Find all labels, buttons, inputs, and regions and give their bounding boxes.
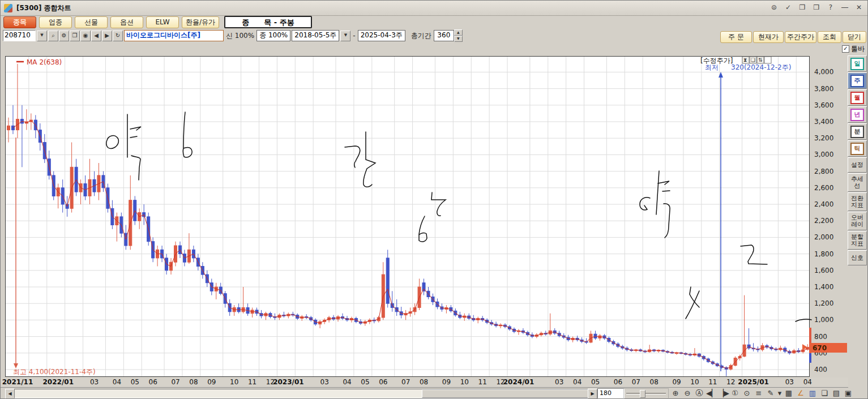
query-button[interactable]: 조회 bbox=[818, 31, 841, 43]
popup-copy-icon[interactable]: ❒ bbox=[811, 3, 822, 12]
tab-options[interactable]: 옵션 bbox=[110, 16, 143, 28]
order-button[interactable]: 주 문 bbox=[720, 31, 752, 43]
one-to-one-icon[interactable]: ① bbox=[730, 388, 740, 398]
go-first-icon[interactable]: ◀▏ bbox=[706, 388, 716, 398]
style-icon[interactable]: ⊜ bbox=[769, 3, 779, 12]
date-dropdown-button[interactable]: ▼ bbox=[340, 31, 350, 41]
period-value-input[interactable]: 360 bbox=[434, 30, 454, 41]
zoom-slider[interactable] bbox=[623, 388, 669, 399]
trendline-button[interactable]: 추세 선 bbox=[848, 173, 867, 192]
go-last-icon[interactable]: ▕▶ bbox=[718, 388, 728, 398]
candlestick-chart[interactable]: 4006008001,0001,2001,4001,6001,8002,0002… bbox=[1, 54, 848, 377]
x-tick-label: 11 bbox=[708, 378, 717, 386]
ruler-icon[interactable]: ∠ bbox=[796, 388, 806, 398]
svg-text:⧗: ⧗ bbox=[743, 57, 747, 63]
gear-icon[interactable]: ⚙ bbox=[59, 31, 69, 41]
minimize-icon[interactable]: ― bbox=[840, 3, 850, 12]
date-from-field[interactable]: 2018-05-5주 bbox=[292, 30, 339, 41]
toolbar-toggle[interactable]: ✓ 툴바 bbox=[842, 44, 865, 54]
scrollbar-track[interactable] bbox=[14, 389, 588, 398]
next-icon[interactable]: ▶ bbox=[102, 31, 112, 41]
scroll-left-button[interactable]: ◀ bbox=[5, 389, 15, 399]
action-buttons: 주 문현재가주간주가조회닫기 bbox=[720, 31, 866, 43]
x-tick-label: 2022/01 bbox=[43, 378, 74, 386]
zoom-in-icon[interactable]: ⊕ bbox=[670, 388, 681, 398]
close-icon[interactable]: ✕ bbox=[854, 3, 864, 12]
stock-code-input[interactable]: 208710 bbox=[3, 30, 36, 41]
current-price-button[interactable]: 현재가 bbox=[753, 31, 784, 43]
copy-chart-icon[interactable]: ❐ bbox=[70, 31, 80, 41]
prev-icon[interactable]: ◀ bbox=[91, 31, 101, 41]
refresh-icon[interactable]: ↻ bbox=[113, 31, 123, 41]
print-icon[interactable]: ▤ bbox=[831, 388, 841, 398]
copy-icon[interactable]: ❐ bbox=[797, 3, 807, 12]
x-tick-label: 11 bbox=[248, 378, 256, 386]
svg-text:1,000: 1,000 bbox=[814, 316, 833, 324]
pen-dropdown-icon[interactable]: ▾ bbox=[777, 388, 782, 398]
period-minute-button[interactable]: 분 bbox=[848, 123, 867, 140]
date-to-field[interactable]: 2025-04-3주 bbox=[358, 30, 405, 41]
close-button[interactable]: 닫기 bbox=[843, 31, 866, 43]
weekly-price-button[interactable]: 주간주가 bbox=[785, 31, 816, 43]
window-controls: ⊜✓❐❒?―✕ bbox=[769, 3, 864, 12]
title-bar[interactable]: [5300] 종합차트 ⊜✓❐❒?―✕ bbox=[1, 1, 868, 16]
stats-icon[interactable]: ▥ bbox=[807, 388, 818, 398]
svg-text:400: 400 bbox=[814, 366, 827, 374]
scrollbar-thumb[interactable] bbox=[422, 389, 588, 398]
line-style-icon[interactable]: ≡ bbox=[754, 388, 764, 398]
magnify-area-icon[interactable]: ⊙ bbox=[742, 388, 752, 398]
slider-thumb[interactable] bbox=[640, 390, 645, 398]
help-icon[interactable]: ? bbox=[826, 3, 836, 12]
mini-blank-box[interactable] bbox=[764, 57, 771, 63]
svg-text:3,200: 3,200 bbox=[814, 134, 833, 142]
spin-up-button[interactable]: ▲ bbox=[454, 29, 463, 36]
period-day-button[interactable]: 일 bbox=[848, 55, 867, 72]
slider-groove bbox=[626, 393, 666, 394]
x-axis-labels: 2021/112022/01030405060708091011122023/0… bbox=[1, 377, 848, 388]
tab-elw[interactable]: ELW bbox=[146, 16, 179, 28]
zoom-out-icon[interactable]: ⊖ bbox=[682, 388, 692, 398]
code-dropdown-button[interactable]: ▼ bbox=[37, 31, 47, 41]
period-year-button[interactable]: 년 bbox=[848, 106, 867, 123]
x-tick-label: 09 bbox=[207, 378, 216, 386]
chart-edit-icon[interactable]: ▦ bbox=[784, 388, 794, 398]
signal-button[interactable]: 신호 bbox=[848, 250, 867, 265]
tab-fx[interactable]: 환율/유가 bbox=[182, 16, 219, 28]
x-tick-label: 08 bbox=[420, 378, 428, 386]
svg-text:3,600: 3,600 bbox=[814, 101, 833, 109]
tab-sector[interactable]: 업종 bbox=[39, 16, 72, 28]
spin-down-button[interactable]: ▼ bbox=[454, 36, 463, 42]
check-icon[interactable]: ✓ bbox=[783, 3, 793, 12]
stock-name-field[interactable]: 바이오로그디바이스[주] bbox=[124, 30, 224, 41]
plot-area[interactable] bbox=[6, 57, 810, 377]
indicator-switch-button[interactable]: 전환 지표 bbox=[848, 192, 867, 211]
toolbar-checkbox[interactable]: ✓ bbox=[842, 45, 849, 53]
indicator-switch-button-label: 전환 지표 bbox=[851, 195, 863, 209]
date-separator: - bbox=[352, 32, 356, 40]
bar-count-input[interactable]: 180 bbox=[597, 388, 625, 398]
settings-button[interactable]: 설정 bbox=[848, 157, 867, 173]
search-icon[interactable]: ⌕ bbox=[48, 31, 58, 41]
scroll-right-button[interactable]: ▶ bbox=[588, 389, 597, 399]
sub-indicator-button[interactable]: 분할 지표 bbox=[848, 231, 867, 250]
save-icon[interactable]: ▣ bbox=[843, 388, 853, 398]
symbol-toolbar: 208710 ▼ ⌕⚙❐◉◀▶↻ 바이오로그디바이스[주] 신 100% 종 1… bbox=[3, 30, 463, 41]
period-tick-button[interactable]: 틱 bbox=[848, 140, 867, 157]
tab-futures[interactable]: 선물 bbox=[75, 16, 108, 28]
svg-text:3,000: 3,000 bbox=[814, 151, 833, 158]
period-month-button[interactable]: 월 bbox=[848, 89, 867, 106]
x-tick-label: 04 bbox=[573, 378, 581, 386]
x-tick-label: 07 bbox=[171, 378, 179, 386]
memo-icon[interactable]: ❏ bbox=[819, 388, 829, 398]
x-tick-label: 04 bbox=[343, 378, 351, 386]
svg-text:2,200: 2,200 bbox=[814, 217, 833, 225]
svg-text:4,000: 4,000 bbox=[814, 68, 833, 76]
zoom-auto-icon[interactable]: Ⓐ bbox=[694, 388, 704, 398]
eye-icon[interactable]: ◉ bbox=[80, 31, 91, 41]
period-week-button[interactable]: 주 bbox=[848, 72, 867, 89]
sub-indicator-button-label: 분할 지표 bbox=[851, 234, 863, 247]
draw-pen-icon[interactable]: ✎ bbox=[766, 388, 776, 398]
mode-display: 종 목 - 주봉 bbox=[224, 16, 312, 28]
overlay-button[interactable]: 오버 레이 bbox=[848, 212, 867, 230]
tab-stock[interactable]: 종목 bbox=[3, 16, 36, 28]
